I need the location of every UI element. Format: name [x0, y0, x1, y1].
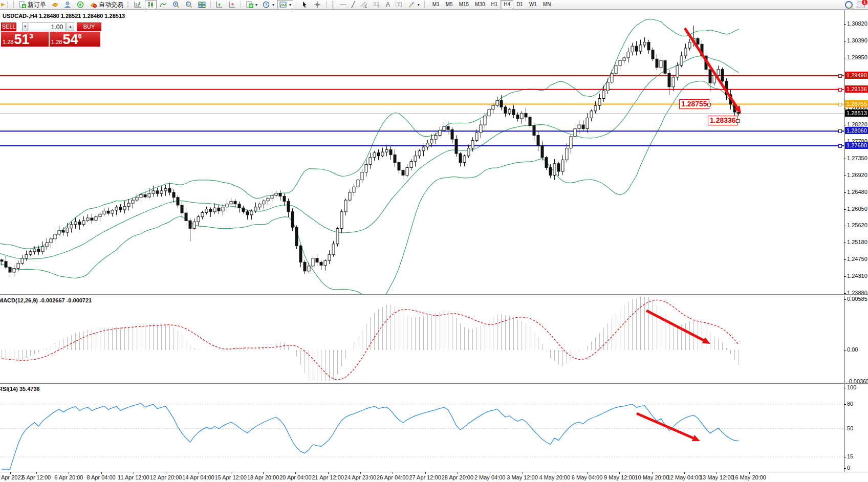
candle-body[interactable]: [672, 77, 675, 87]
line-handle[interactable]: [838, 103, 842, 106]
candle-body[interactable]: [172, 192, 175, 198]
time-axis-label[interactable]: 10 May 20:00: [635, 474, 669, 480]
candle-body[interactable]: [66, 228, 69, 232]
candle-body[interactable]: [111, 210, 114, 213]
candle-body[interactable]: [230, 201, 232, 204]
candle-body[interactable]: [541, 146, 544, 158]
candle-body[interactable]: [353, 187, 355, 192]
candle-body[interactable]: [680, 56, 683, 65]
timeframe-button-d1[interactable]: D1: [513, 0, 526, 9]
candle-body[interactable]: [512, 109, 515, 115]
candle-body[interactable]: [349, 192, 351, 200]
label-tool-button[interactable]: T: [393, 0, 405, 9]
candle-body[interactable]: [62, 230, 64, 232]
fibonacci-tool-button[interactable]: F: [371, 0, 383, 9]
candle-body[interactable]: [402, 170, 404, 176]
candle-body[interactable]: [78, 222, 81, 225]
candle-body[interactable]: [25, 254, 28, 258]
candle-body[interactable]: [344, 200, 347, 212]
candle-body[interactable]: [525, 113, 527, 117]
zoom-out-button[interactable]: [183, 0, 195, 9]
cursor-tool-button[interactable]: [299, 0, 311, 9]
horizontal-line-tool-button[interactable]: —: [338, 0, 349, 9]
candle-body[interactable]: [688, 42, 691, 48]
time-axis-label[interactable]: Apr 2022: [1, 474, 24, 480]
candle-body[interactable]: [312, 258, 314, 266]
time-axis-label[interactable]: 14 Apr 04:00: [182, 474, 214, 480]
timeframe-button-m1[interactable]: M1: [429, 0, 443, 9]
candle-body[interactable]: [553, 164, 556, 176]
time-axis-label[interactable]: 11 Apr 12:00: [118, 474, 149, 480]
candle-body[interactable]: [578, 125, 580, 129]
rsi-panel-separator[interactable]: [0, 383, 868, 384]
timeframe-button-m30[interactable]: M30: [472, 0, 488, 9]
candle-body[interactable]: [242, 208, 245, 212]
candle-body[interactable]: [21, 258, 24, 264]
candle-body[interactable]: [33, 249, 36, 252]
candle-body[interactable]: [606, 82, 609, 91]
candle-body[interactable]: [594, 105, 597, 111]
time-axis-label[interactable]: 8 Apr 04:00: [86, 474, 115, 480]
price-level-label[interactable]: 1.27680: [845, 142, 868, 149]
candle-body[interactable]: [361, 172, 363, 180]
candle-body[interactable]: [258, 204, 261, 207]
period-button[interactable]: ▾: [261, 0, 276, 9]
candle-body[interactable]: [271, 195, 273, 198]
candle-body[interactable]: [574, 129, 576, 137]
candle-body[interactable]: [140, 194, 142, 197]
time-axis-label[interactable]: 24 Apr 23:00: [344, 474, 376, 480]
time-axis-label[interactable]: 27 Apr 12:00: [409, 474, 441, 480]
time-axis-label[interactable]: 4 May 20:00: [539, 474, 571, 480]
candle-body[interactable]: [205, 209, 208, 213]
candle-body[interactable]: [598, 99, 601, 106]
candle-body[interactable]: [561, 160, 564, 171]
candle-body[interactable]: [29, 252, 32, 254]
candle-body[interactable]: [496, 100, 498, 105]
timeframe-button-mn[interactable]: MN: [540, 0, 554, 9]
candle-body[interactable]: [70, 225, 73, 228]
candle-body[interactable]: [17, 264, 19, 269]
candle-body[interactable]: [721, 70, 724, 81]
candle-body[interactable]: [381, 152, 384, 156]
candlestick-chart-type-button[interactable]: [145, 0, 157, 9]
candle-body[interactable]: [320, 262, 322, 265]
time-axis-label[interactable]: 15 Apr 12:00: [215, 474, 247, 480]
candle-body[interactable]: [602, 91, 605, 98]
candle-body[interactable]: [193, 222, 196, 229]
shapes-tool-button[interactable]: ▾: [406, 0, 422, 9]
candle-body[interactable]: [234, 201, 236, 204]
volume-up-button[interactable]: ▲: [67, 23, 74, 31]
candle-body[interactable]: [201, 212, 204, 216]
candle-body[interactable]: [570, 137, 572, 148]
candle-body[interactable]: [631, 46, 634, 52]
time-axis-label[interactable]: 16 May 20:00: [732, 474, 766, 480]
candle-body[interactable]: [127, 203, 130, 206]
candle-body[interactable]: [426, 143, 429, 147]
candle-body[interactable]: [537, 136, 539, 146]
line-handle[interactable]: [838, 144, 842, 148]
market-watch-button[interactable]: [49, 0, 61, 9]
auto-scroll-button[interactable]: [226, 0, 238, 9]
timeframe-button-m15[interactable]: M15: [456, 0, 472, 9]
price-level-label[interactable]: 1.28060: [845, 127, 868, 134]
candle-body[interactable]: [123, 206, 126, 210]
candle-body[interactable]: [430, 139, 433, 143]
candle-body[interactable]: [222, 207, 224, 211]
candle-body[interactable]: [58, 230, 60, 234]
candle-body[interactable]: [389, 150, 392, 155]
candle-body[interactable]: [160, 191, 163, 193]
candle-body[interactable]: [615, 65, 617, 73]
candle-body[interactable]: [410, 161, 413, 167]
price-annotation-label[interactable]: 1.28336: [708, 116, 738, 125]
candle-body[interactable]: [709, 70, 711, 83]
candle-body[interactable]: [181, 205, 183, 213]
candle-body[interactable]: [647, 42, 650, 50]
sell-price-display[interactable]: 1.28 51 3: [1, 32, 49, 47]
candle-body[interactable]: [136, 198, 138, 200]
candle-body[interactable]: [328, 254, 331, 260]
equidistant-channel-tool-button[interactable]: E: [358, 0, 370, 9]
signal-button[interactable]: [75, 0, 86, 9]
candle-body[interactable]: [291, 212, 294, 227]
candle-body[interactable]: [566, 148, 568, 160]
line-handle[interactable]: [838, 129, 842, 133]
